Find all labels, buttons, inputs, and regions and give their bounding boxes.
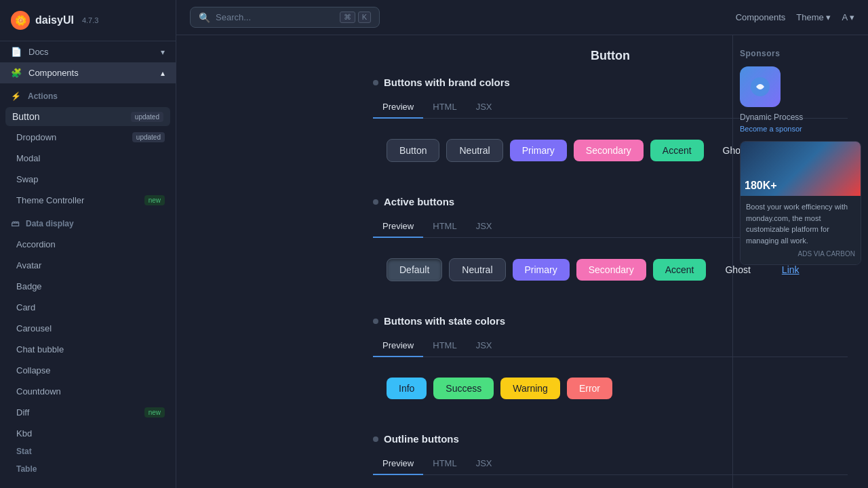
- section-brand-title: Buttons with brand colors: [384, 77, 510, 88]
- ads-via: ADS VIA CARBON: [746, 249, 855, 259]
- search-box[interactable]: 🔍 ⌘ K: [190, 7, 380, 28]
- kbd-label: Kbd: [16, 428, 32, 439]
- tab-brand-jsx[interactable]: JSX: [467, 96, 502, 119]
- btn-active-accent[interactable]: Accent: [653, 259, 707, 281]
- theme-controller-label: Theme Controller: [16, 195, 84, 205]
- accordion-label: Accordion: [16, 239, 56, 249]
- btn-info[interactable]: Info: [387, 378, 427, 399]
- sidebar-item-avatar[interactable]: Avatar: [0, 255, 176, 276]
- docs-chevron: ▾: [161, 47, 165, 57]
- actions-section-icon: ⚡: [11, 92, 21, 101]
- section-dot-outline: [373, 436, 378, 442]
- sidebar-item-collapse[interactable]: Collapse: [0, 360, 176, 381]
- sidebar: 🌼 daisyUI 4.7.3 📄 Docs ▾ 🧩 Components ▴ …: [0, 0, 176, 488]
- sidebar-item-swap[interactable]: Swap: [0, 169, 176, 190]
- tab-brand-preview[interactable]: Preview: [373, 96, 423, 119]
- topbar-lang-link[interactable]: A ▾: [842, 12, 854, 22]
- tab-active-preview[interactable]: Preview: [373, 216, 423, 238]
- card-label: Card: [16, 302, 35, 312]
- topbar: 🔍 ⌘ K Components Theme ▾ A ▾: [176, 0, 868, 35]
- kbd-k: K: [358, 12, 371, 23]
- sidebar-item-dropdown[interactable]: Dropdown updated: [0, 127, 176, 148]
- components-label: Components: [28, 68, 79, 78]
- section-dot-state: [373, 319, 378, 324]
- sidebar-docs[interactable]: 📄 Docs ▾: [0, 41, 176, 62]
- topbar-theme-link[interactable]: Theme ▾: [796, 12, 831, 22]
- sponsor-ad-card: 180K+ Boost your work efficiency with mo…: [740, 141, 861, 265]
- carousel-label: Carousel: [16, 323, 52, 333]
- sidebar-item-chat-bubble[interactable]: Chat bubble: [0, 339, 176, 360]
- topbar-components-link[interactable]: Components: [736, 12, 786, 22]
- actions-section-header: ⚡ Actions: [0, 83, 176, 106]
- section-state-title: Buttons with state colors: [384, 315, 505, 327]
- btn-success[interactable]: Success: [433, 378, 494, 399]
- sidebar-item-accordion[interactable]: Accordion: [0, 234, 176, 255]
- table-label: Table: [16, 464, 37, 474]
- btn-active-default[interactable]: Default: [387, 258, 442, 281]
- sidebar-item-modal[interactable]: Modal: [0, 148, 176, 169]
- btn-active-secondary[interactable]: Secondary: [576, 259, 646, 281]
- data-display-section-header: 🗃 Data display: [0, 211, 176, 234]
- logo-version: 4.7.3: [82, 16, 98, 24]
- btn-primary[interactable]: Primary: [510, 140, 567, 161]
- tab-state-html[interactable]: HTML: [423, 335, 466, 357]
- btn-neutral[interactable]: Neutral: [446, 139, 502, 162]
- sidebar-item-table[interactable]: Table: [0, 462, 176, 479]
- sponsor-logo-svg: [749, 76, 771, 98]
- chat-bubble-label: Chat bubble: [16, 344, 64, 354]
- sidebar-item-stat[interactable]: Stat: [0, 444, 176, 462]
- sidebar-item-theme-controller[interactable]: Theme Controller new: [0, 190, 176, 211]
- tab-outline-preview[interactable]: Preview: [373, 453, 423, 475]
- sponsor-ad-body: Boost your work efficiency with monday.c…: [741, 196, 861, 264]
- tab-outline-html[interactable]: HTML: [423, 453, 466, 475]
- dropdown-label: Dropdown: [16, 132, 56, 142]
- tab-outline-jsx[interactable]: JSX: [467, 453, 502, 475]
- become-sponsor-link[interactable]: Become a sponsor: [740, 125, 861, 133]
- theme-controller-badge: new: [144, 195, 165, 205]
- components-chevron: ▴: [161, 68, 165, 78]
- btn-accent[interactable]: Accent: [650, 140, 704, 161]
- kbd-cmd: ⌘: [340, 12, 355, 23]
- tab-state-preview[interactable]: Preview: [373, 335, 423, 357]
- stat-label: Stat: [16, 447, 32, 456]
- btn-button[interactable]: Button: [387, 139, 439, 162]
- tab-active-jsx[interactable]: JSX: [467, 216, 502, 238]
- search-icon: 🔍: [199, 12, 210, 23]
- btn-error[interactable]: Error: [567, 378, 612, 399]
- section-outline-title: Outline buttons: [384, 433, 459, 445]
- actions-label: Actions: [28, 92, 58, 101]
- sponsor-ad-image: 180K+: [741, 142, 861, 196]
- sidebar-item-carousel[interactable]: Carousel: [0, 318, 176, 339]
- sidebar-item-countdown[interactable]: Countdown: [0, 381, 176, 402]
- data-display-label: Data display: [26, 219, 74, 228]
- collapse-label: Collapse: [16, 365, 51, 375]
- badge-label: Badge: [16, 281, 42, 291]
- sidebar-item-badge[interactable]: Badge: [0, 276, 176, 297]
- btn-warning[interactable]: Warning: [500, 378, 560, 399]
- sponsor-name: Dynamic Process: [740, 113, 861, 122]
- tab-brand-html[interactable]: HTML: [423, 96, 466, 119]
- components-icon: 🧩: [11, 68, 22, 78]
- section-active-title: Active buttons: [384, 196, 454, 207]
- modal-label: Modal: [16, 153, 40, 163]
- btn-secondary[interactable]: Secondary: [574, 140, 644, 161]
- button-item-label: Button: [12, 111, 39, 122]
- sponsor-ad-number: 180K+: [745, 180, 777, 192]
- sidebar-components[interactable]: 🧩 Components ▴: [0, 62, 176, 83]
- sidebar-item-kbd[interactable]: Kbd: [0, 423, 176, 444]
- tab-active-html[interactable]: HTML: [423, 216, 466, 238]
- sponsor-ad-text: Boost your work efficiency with monday.c…: [746, 201, 855, 246]
- btn-active-neutral[interactable]: Neutral: [449, 258, 505, 281]
- sidebar-item-card[interactable]: Card: [0, 297, 176, 318]
- logo-icon: 🌼: [11, 11, 30, 30]
- section-dot-brand: [373, 80, 378, 85]
- sidebar-item-button[interactable]: Button updated: [5, 107, 170, 126]
- btn-active-primary[interactable]: Primary: [513, 259, 570, 281]
- right-sidebar: Sponsors Dynamic Process Become a sponso…: [732, 35, 868, 488]
- tab-state-jsx[interactable]: JSX: [467, 335, 502, 357]
- button-badge: updated: [131, 112, 163, 122]
- dropdown-badge: updated: [132, 132, 165, 142]
- docs-label: Docs: [28, 47, 49, 57]
- sidebar-item-diff[interactable]: Diff new: [0, 402, 176, 423]
- search-input[interactable]: [216, 12, 334, 22]
